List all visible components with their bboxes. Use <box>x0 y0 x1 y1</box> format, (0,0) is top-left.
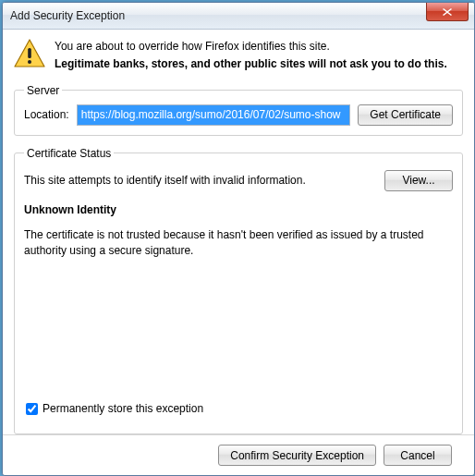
window-title: Add Security Exception <box>10 9 125 22</box>
intro-text: You are about to override how Firefox id… <box>55 39 447 73</box>
spacer <box>24 260 453 395</box>
explain-text: The certificate is not trusted because i… <box>24 227 453 260</box>
get-certificate-button[interactable]: Get Certificate <box>358 104 453 126</box>
dialog-body: You are about to override how Firefox id… <box>3 30 474 475</box>
svg-point-1 <box>28 60 31 64</box>
cancel-button[interactable]: Cancel <box>384 445 452 466</box>
unknown-identity-heading: Unknown Identity <box>24 203 453 216</box>
certificate-status-legend: Certificate Status <box>24 147 114 160</box>
confirm-button[interactable]: Confirm Security Exception <box>218 445 376 466</box>
permanent-store-row: Permanently store this exception <box>26 402 453 415</box>
status-text: This site attempts to identify itself wi… <box>24 174 306 187</box>
intro-line2: Legitimate banks, stores, and other publ… <box>55 56 447 72</box>
permanent-store-label[interactable]: Permanently store this exception <box>43 402 203 415</box>
server-fieldset: Server Location: Get Certificate <box>14 84 463 136</box>
intro-line1: You are about to override how Firefox id… <box>55 39 447 55</box>
warning-icon <box>14 39 45 73</box>
footer: Confirm Security Exception Cancel <box>14 435 463 475</box>
server-legend: Server <box>24 84 62 97</box>
close-button[interactable] <box>426 3 469 21</box>
certificate-status-fieldset: Certificate Status This site attempts to… <box>14 147 463 434</box>
close-icon <box>443 8 452 16</box>
intro-row: You are about to override how Firefox id… <box>14 39 463 73</box>
permanent-store-checkbox[interactable] <box>26 403 38 415</box>
dialog-window: Add Security Exception You are about to … <box>2 2 475 476</box>
svg-rect-0 <box>28 48 31 58</box>
location-label: Location: <box>24 108 69 121</box>
titlebar: Add Security Exception <box>3 3 474 30</box>
view-button[interactable]: View... <box>384 170 453 191</box>
location-input[interactable] <box>77 104 351 126</box>
